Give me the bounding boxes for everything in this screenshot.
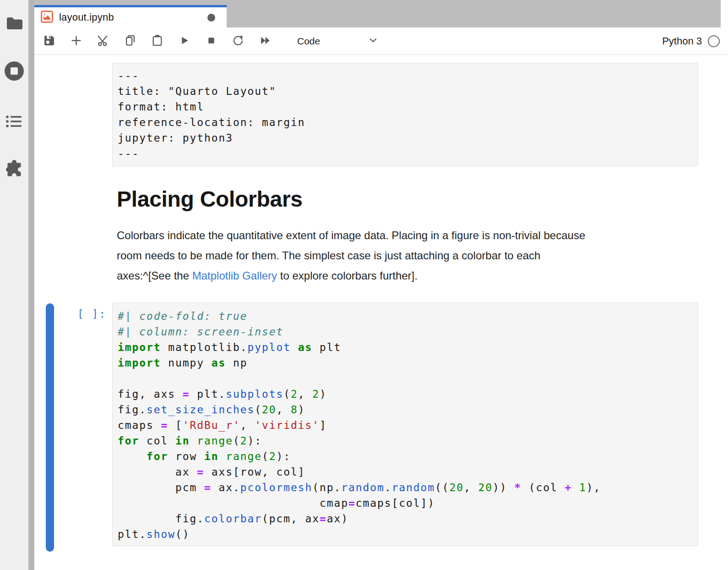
- restart-run-all-button[interactable]: [256, 32, 274, 50]
- cell-type-dropdown[interactable]: Code: [297, 35, 379, 48]
- raw-cell-line: format: html: [118, 99, 693, 115]
- paragraph-text: room needs to be made for them. The simp…: [117, 249, 540, 262]
- code-line: #| column: screen-inset: [118, 324, 693, 340]
- code-line: ax = axs[row, col]: [118, 464, 693, 480]
- notebook-toolbar: Code Python 3: [34, 27, 728, 55]
- code-line: [118, 371, 693, 386]
- tab-bar: layout.ipynb: [34, 0, 728, 27]
- code-line: for row in range(2):: [118, 449, 693, 464]
- raw-cell-line: jupyter: python3: [118, 130, 693, 146]
- interrupt-kernel-button[interactable]: [202, 32, 220, 50]
- notebook-content: ---title: "Quarto Layout"format: htmlref…: [34, 55, 728, 570]
- refresh-icon: [232, 34, 244, 48]
- cut-cells-button[interactable]: [94, 32, 112, 50]
- sidebar-item-table-of-contents[interactable]: [0, 110, 28, 134]
- code-cell[interactable]: #| code-fold: true#| column: screen-inse…: [112, 302, 698, 546]
- kernel-status-icon: [708, 35, 720, 47]
- folder-icon: [5, 16, 23, 32]
- code-line: import matplotlib.pyplot as plt: [118, 340, 693, 355]
- paragraph-text: to explore colorbars further].: [277, 269, 418, 282]
- paragraph-text: axes:^[See the: [117, 269, 192, 282]
- play-icon: [178, 34, 190, 48]
- fast-forward-icon: [259, 34, 272, 49]
- clipboard-icon: [151, 34, 163, 48]
- code-line: pcm = ax.pcolormesh(np.random.random((20…: [118, 480, 693, 495]
- markdown-cell: Placing Colorbars Colorbars indicate the…: [117, 188, 707, 286]
- kernel-indicator[interactable]: Python 3: [662, 35, 728, 47]
- code-line: plt.show(): [118, 526, 693, 542]
- unsaved-changes-dot: [207, 14, 215, 22]
- markdown-paragraph: Colorbars indicate the quantitative exte…: [117, 225, 707, 286]
- sidebar-divider: [28, 0, 34, 570]
- restart-kernel-button[interactable]: [229, 32, 247, 50]
- tab-title: layout.ipynb: [59, 11, 114, 23]
- code-line: import numpy as np: [118, 355, 693, 371]
- sidebar-item-extensions[interactable]: [0, 157, 28, 181]
- code-line: fig, axs = plt.subplots(2, 2): [118, 386, 693, 402]
- raw-cell-line: reference-location: margin: [118, 115, 693, 130]
- code-line: fig.colorbar(pcm, ax=ax): [118, 511, 693, 526]
- paste-cells-button[interactable]: [148, 32, 166, 50]
- execution-prompt: [ ]:: [39, 308, 106, 320]
- cell-collapser[interactable]: [46, 303, 54, 552]
- matplotlib-gallery-link[interactable]: Matplotlib Gallery: [192, 269, 277, 282]
- tab-layout-ipynb[interactable]: layout.ipynb: [34, 5, 227, 27]
- raw-cell-line: ---: [118, 146, 693, 161]
- code-line: cmaps = ['RdBu_r', 'viridis']: [118, 417, 693, 433]
- code-line: for col in range(2):: [118, 433, 693, 449]
- code-line: fig.set_size_inches(20, 8): [118, 402, 693, 417]
- run-cell-button[interactable]: [175, 32, 193, 50]
- save-button[interactable]: [40, 32, 58, 50]
- copy-icon: [124, 34, 136, 48]
- stop-icon: [205, 34, 217, 48]
- code-line: cmap=cmaps[col]): [118, 495, 693, 511]
- cell-type-value: Code: [297, 36, 320, 47]
- kernel-name: Python 3: [662, 35, 702, 47]
- code-line: #| code-fold: true: [118, 308, 693, 324]
- markdown-heading: Placing Colorbars: [117, 188, 707, 211]
- left-activity-bar: [0, 0, 28, 570]
- paragraph-text: Colorbars indicate the quantitative exte…: [117, 229, 585, 241]
- raw-cell-line: title: "Quarto Layout": [118, 83, 693, 99]
- plus-icon: [70, 34, 82, 48]
- notebook-icon: [41, 11, 53, 25]
- raw-cell-line: ---: [118, 68, 693, 83]
- raw-yaml-cell[interactable]: ---title: "Quarto Layout"format: htmlref…: [112, 63, 698, 166]
- copy-cells-button[interactable]: [121, 32, 139, 50]
- puzzle-icon: [5, 159, 24, 179]
- chevron-down-icon: [368, 35, 379, 48]
- stop-circle-icon: [4, 60, 25, 83]
- floppy-icon: [43, 34, 55, 48]
- sidebar-item-file-browser[interactable]: [0, 12, 28, 36]
- list-icon: [5, 114, 23, 131]
- insert-cell-button[interactable]: [67, 32, 85, 50]
- scissors-icon: [97, 34, 110, 49]
- sidebar-item-running-kernels[interactable]: [0, 60, 28, 83]
- main-panel: layout.ipynb: [34, 0, 728, 570]
